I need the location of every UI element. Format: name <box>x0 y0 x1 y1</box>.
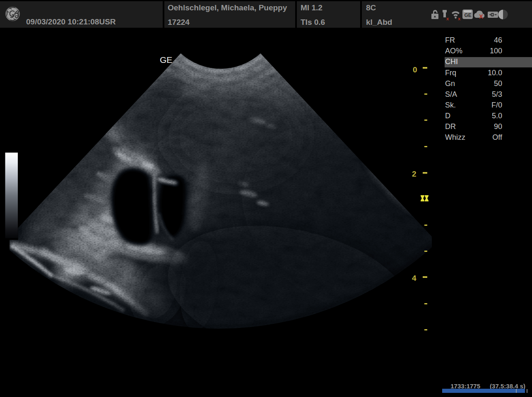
svg-text:X: X <box>479 13 483 20</box>
svg-text:x: x <box>458 16 461 21</box>
svg-text:GE: GE <box>160 55 172 65</box>
svg-text:GE: GE <box>465 12 472 18</box>
svg-text:x: x <box>446 16 449 21</box>
